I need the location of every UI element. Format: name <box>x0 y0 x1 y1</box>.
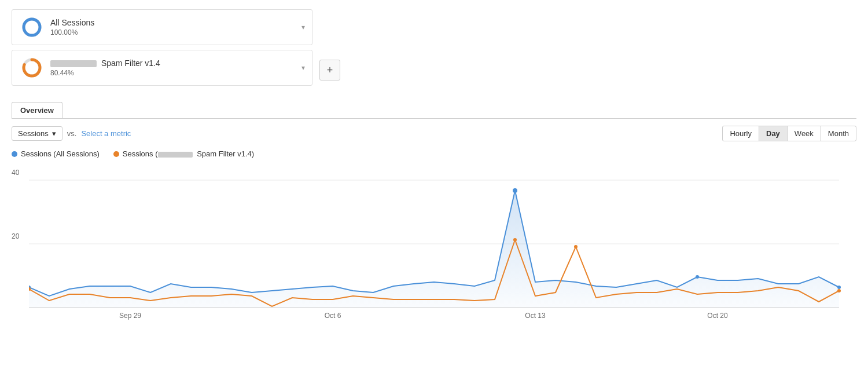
segment-card-spam-filter: Spam Filter v1.4 80.44% ▾ <box>12 50 312 86</box>
chart-wrapper: 40 20 <box>12 163 845 327</box>
add-segment-button[interactable]: + <box>319 60 340 81</box>
metric-dropdown-arrow: ▾ <box>52 129 56 138</box>
week-btn[interactable]: Week <box>787 126 821 141</box>
chart-dot-orange <box>837 289 841 292</box>
time-buttons: Hourly Day Week Month <box>723 126 856 141</box>
metric-label: Sessions <box>18 129 49 138</box>
month-btn[interactable]: Month <box>821 126 856 141</box>
metric-dropdown[interactable]: Sessions ▾ <box>12 126 62 141</box>
x-label-oct6: Oct 6 <box>325 312 341 320</box>
chart-dot-blue <box>696 275 699 279</box>
spam-filter-row: Spam Filter v1.4 80.44% ▾ + <box>12 50 856 90</box>
hourly-btn[interactable]: Hourly <box>722 126 759 141</box>
overview-tab[interactable]: Overview <box>12 102 62 118</box>
chart-dot-blue <box>837 286 841 289</box>
day-btn[interactable]: Day <box>759 126 788 141</box>
y-label-20: 20 <box>12 232 19 240</box>
blue-area <box>29 191 839 308</box>
select-metric-link[interactable]: Select a metric <box>81 129 131 138</box>
spam-filter-name-text: Spam Filter v1.4 <box>101 58 160 68</box>
left-controls: Sessions ▾ vs. Select a metric <box>12 126 131 141</box>
spam-filter-name: Spam Filter v1.4 <box>50 58 160 68</box>
chart-dot-orange <box>513 238 517 242</box>
x-label-oct20: Oct 20 <box>707 312 728 320</box>
x-label-sep29: Sep 29 <box>119 312 141 320</box>
spam-filter-info: Spam Filter v1.4 80.44% <box>50 58 160 77</box>
blue-line <box>29 191 839 296</box>
all-sessions-chevron[interactable]: ▾ <box>301 23 305 31</box>
legend-label-all-sessions: Sessions (All Sessions) <box>21 149 100 158</box>
spam-filter-chevron[interactable]: ▾ <box>301 64 305 72</box>
all-sessions-info: All Sessions 100.00% <box>50 18 94 36</box>
legend-item-all-sessions: Sessions (All Sessions) <box>12 149 100 158</box>
all-sessions-donut-icon <box>20 16 43 39</box>
legend-item-spam-filter: Sessions ( Spam Filter v1.4) <box>113 149 254 158</box>
chart-area: 40 20 <box>12 163 845 327</box>
controls-row: Sessions ▾ vs. Select a metric Hourly Da… <box>12 126 856 141</box>
x-label-oct13: Oct 13 <box>525 312 546 320</box>
segment-card-all-sessions: All Sessions 100.00% ▾ <box>12 9 312 45</box>
legend-dot-all-sessions <box>12 151 17 157</box>
legend-label-spam-filter: Sessions ( Spam Filter v1.4) <box>123 149 254 158</box>
page-container: All Sessions 100.00% ▾ Spam Filter v1.4 … <box>0 0 868 373</box>
chart-svg: Sep 29 Oct 6 Oct 13 Oct 20 <box>29 163 862 325</box>
vs-label: vs. <box>67 129 77 138</box>
y-label-40: 40 <box>12 169 19 177</box>
tab-divider <box>12 118 856 119</box>
legend-blurred <box>158 152 193 158</box>
all-sessions-name: All Sessions <box>50 18 94 27</box>
spam-filter-blurred <box>50 60 97 67</box>
legend-dot-spam-filter <box>113 151 119 157</box>
spam-filter-donut-icon <box>20 56 43 79</box>
chart-legend: Sessions (All Sessions) Sessions ( Spam … <box>12 149 856 158</box>
svg-point-1 <box>24 19 40 35</box>
chart-dot-orange <box>574 245 578 248</box>
chart-dot-blue <box>513 188 517 193</box>
all-sessions-pct: 100.00% <box>50 28 94 36</box>
spam-filter-pct: 80.44% <box>50 69 160 77</box>
